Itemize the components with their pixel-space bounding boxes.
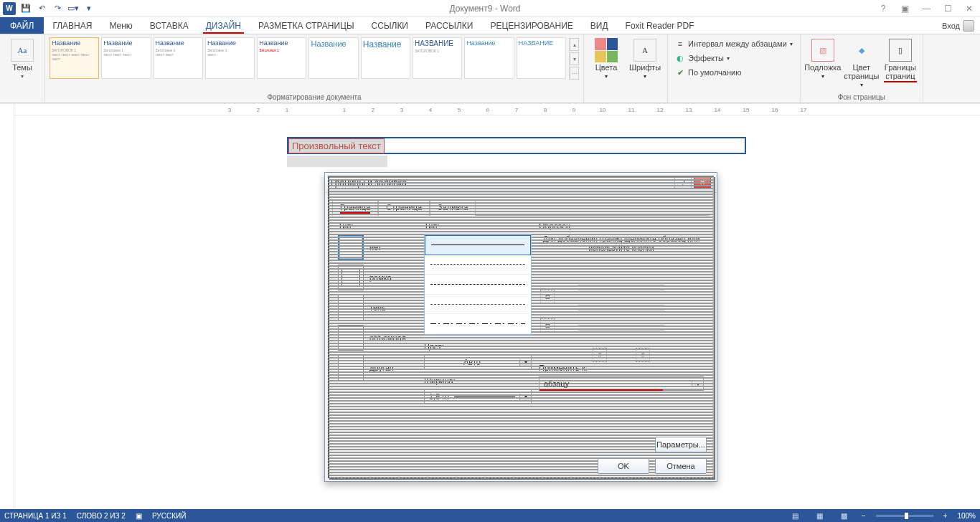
view-print-icon[interactable]: ▦ — [813, 511, 827, 521]
save-icon[interactable]: 💾 — [20, 3, 32, 14]
border-type-custom[interactable]: другая — [338, 355, 417, 381]
view-read-icon[interactable]: ▤ — [788, 511, 803, 521]
check-icon: ✔ — [675, 67, 685, 77]
style-thumb[interactable]: НазваниеЗаголовок 1текст текст текст — [101, 37, 151, 79]
cancel-button[interactable]: Отмена — [655, 458, 707, 474]
tab-review[interactable]: РЕЦЕНЗИРОВАНИЕ — [481, 17, 581, 34]
ribbon-group-options: ≡Интервал между абзацами▾ ◐Эффекты▾ ✔По … — [668, 34, 801, 103]
text-border-box[interactable]: Произвольный текст — [287, 137, 746, 154]
tab-view[interactable]: ВИД — [582, 17, 617, 34]
border-custom-icon — [338, 355, 364, 381]
ribbon-tabs: ФАЙЛ ГЛАВНАЯ Меню ВСТАВКА ДИЗАЙН РАЗМЕТК… — [0, 17, 980, 34]
themes-icon: Aa — [11, 39, 34, 62]
tab-layout[interactable]: РАЗМЕТКА СТРАНИЦЫ — [250, 17, 363, 34]
paragraph-spacing-button[interactable]: ≡Интервал между абзацами▾ — [672, 37, 796, 50]
tab-mailings[interactable]: РАССЫЛКИ — [417, 17, 481, 34]
word-app-icon: W — [3, 2, 16, 15]
tab-foxit[interactable]: Foxit Reader PDF — [617, 17, 703, 34]
themes-button[interactable]: Aa Темы ▾ — [4, 37, 40, 81]
tab-design[interactable]: ДИЗАЙН — [197, 17, 250, 34]
horizontal-ruler[interactable]: 3211234567891011121314151617 — [14, 104, 980, 115]
page-borders-icon: ▯ — [889, 39, 912, 62]
gallery-more[interactable]: ▴▾⋯ — [569, 37, 579, 80]
effects-icon: ◐ — [675, 53, 685, 63]
status-proof-icon[interactable]: ▣ — [136, 512, 142, 520]
ribbon-group-colors-fonts: Цвета▾ A Шрифты▾ — [584, 34, 668, 103]
style-thumb[interactable]: НазваниеЗаголовок 1текст текст — [154, 37, 203, 79]
avatar-icon — [963, 20, 974, 32]
signin-label: Вход — [942, 22, 960, 30]
window-controls: ? ▣ — ☐ ✕ — [875, 2, 977, 15]
page-color-icon: ◆ — [850, 39, 873, 62]
new-doc-icon[interactable]: ▭▾ — [67, 3, 79, 14]
style-thumb[interactable]: НазваниеЗаголовок 1текст — [205, 37, 255, 79]
quick-access-toolbar: 💾 ↶ ↷ ▭▾ ▾ — [20, 3, 95, 14]
file-tab[interactable]: ФАЙЛ — [0, 17, 44, 34]
style-thumb[interactable]: НАЗВАНИЕ — [517, 37, 566, 79]
undo-icon[interactable]: ↶ — [36, 3, 47, 14]
colors-button[interactable]: Цвета▾ — [588, 37, 624, 81]
options-button[interactable]: Параметры... — [655, 437, 707, 452]
selection-shadow — [287, 156, 387, 167]
watermark-icon: ▧ — [811, 39, 834, 62]
style-thumb[interactable]: НазваниеЗАГОЛОВОК 1текст текст текст тек… — [50, 37, 99, 79]
style-thumb[interactable]: Название — [464, 37, 514, 79]
signin-area[interactable]: Вход — [936, 17, 980, 34]
status-language[interactable]: РУССКИЙ — [152, 512, 186, 520]
vertical-ruler[interactable] — [0, 104, 14, 509]
view-web-icon[interactable]: ▩ — [837, 511, 852, 521]
ribbon: Aa Темы ▾ НазваниеЗАГОЛОВОК 1текст текст… — [0, 34, 980, 103]
style-thumb[interactable]: Название — [361, 37, 410, 79]
titlebar: W 💾 ↶ ↷ ▭▾ ▾ Документ9 - Word ? ▣ — ☐ ✕ — [0, 0, 980, 17]
zoom-out-icon[interactable]: − — [862, 512, 866, 520]
colors-icon — [595, 39, 618, 62]
status-bar: СТРАНИЦА 1 ИЗ 1 СЛОВО 2 ИЗ 2 ▣ РУССКИЙ ▤… — [0, 509, 980, 522]
maximize-icon[interactable]: ☐ — [940, 2, 956, 15]
close-icon[interactable]: ✕ — [961, 2, 977, 15]
style-thumb[interactable]: НазваниеЗаголовок 1 — [257, 37, 306, 79]
tab-menu[interactable]: Меню — [100, 17, 141, 34]
tab-insert[interactable]: ВСТАВКА — [141, 17, 197, 34]
ribbon-group-formatting: НазваниеЗАГОЛОВОК 1текст текст текст тек… — [45, 34, 584, 103]
help-icon[interactable]: ? — [875, 2, 891, 15]
fonts-button[interactable]: A Шрифты▾ — [627, 37, 663, 81]
window-title: Документ9 - Word — [95, 4, 875, 14]
minimize-icon[interactable]: — — [918, 2, 934, 15]
redo-icon[interactable]: ↷ — [52, 3, 63, 14]
qat-customize-icon[interactable]: ▾ — [83, 3, 95, 14]
zoom-in-icon[interactable]: + — [943, 512, 948, 520]
ribbon-options-icon[interactable]: ▣ — [897, 2, 913, 15]
effects-button[interactable]: ◐Эффекты▾ — [672, 52, 796, 65]
page-color-button[interactable]: ◆ Цвет страницы▾ — [844, 37, 880, 90]
tab-references[interactable]: ССЫЛКИ — [363, 17, 417, 34]
line-style-list[interactable] — [424, 234, 532, 335]
style-thumb[interactable]: НАЗВАНИЕЗАГОЛОВОК 1 — [413, 37, 462, 79]
style-thumb[interactable]: Название — [308, 37, 358, 79]
ribbon-group-page-background: ▧ Подложка▾ ◆ Цвет страницы▾ ▯ Границы с… — [801, 34, 923, 103]
status-page[interactable]: СТРАНИЦА 1 ИЗ 1 — [4, 512, 67, 520]
style-gallery[interactable]: НазваниеЗАГОЛОВОК 1текст текст текст тек… — [50, 37, 566, 83]
ribbon-group-themes: Aa Темы ▾ — [0, 34, 45, 103]
set-default-button[interactable]: ✔По умолчанию — [672, 66, 796, 79]
borders-dialog: Границы и заливка ? ✕ Граница Страница З… — [324, 172, 717, 482]
spacing-icon: ≡ — [675, 39, 685, 49]
fonts-icon: A — [633, 39, 656, 62]
zoom-value[interactable]: 100% — [957, 512, 976, 520]
tab-home[interactable]: ГЛАВНАЯ — [44, 17, 100, 34]
ok-button[interactable]: OK — [598, 458, 649, 474]
status-words[interactable]: СЛОВО 2 ИЗ 2 — [77, 512, 126, 520]
page-borders-button[interactable]: ▯ Границы страниц — [882, 37, 918, 82]
selected-text[interactable]: Произвольный текст — [288, 138, 385, 153]
watermark-button[interactable]: ▧ Подложка▾ — [805, 37, 841, 81]
zoom-slider[interactable] — [876, 515, 933, 517]
